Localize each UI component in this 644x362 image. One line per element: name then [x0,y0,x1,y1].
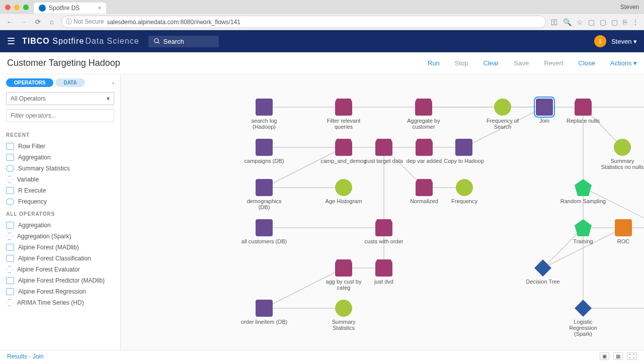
grid-icon[interactable]: ▦ [613,352,623,360]
browser-tab-bar: Spotfire DS × Steven [0,0,644,14]
operator-item[interactable]: ARIMA Time Series (HD) [6,297,114,308]
workflow-node[interactable]: demographics (DB) [240,179,288,210]
close-window-icon[interactable] [5,5,11,10]
node-label: campaigns (DB) [240,158,288,164]
recent-operator-item[interactable]: Summary Statistics [6,163,114,174]
workflow-node[interactable]: Logistic Regression (Spark) [559,300,607,337]
node-label: just dvd [360,279,408,285]
brand-logo: TIBCO SpotfireData Science [22,37,139,46]
node-icon [455,139,472,156]
workflow-node[interactable]: all customers (DB) [240,219,288,244]
minimize-window-icon[interactable] [14,5,20,10]
workflow-node[interactable]: custs with order [360,219,408,244]
browser-tab[interactable]: Spotfire DS × [34,3,106,14]
operator-item[interactable]: Alpine Forest (MADlib) [6,242,114,253]
workflow-actions: Run Stop Clear Save Revert Close Actions… [428,59,637,67]
recent-operator-item[interactable]: Aggregation [6,152,114,163]
workflow-node[interactable]: Frequency [441,179,488,204]
workflow-node[interactable]: Aggregate by customer [400,99,447,130]
workflow-node[interactable]: Clustering [640,99,644,124]
cast-icon[interactable]: ⎘ [623,18,627,26]
workflow-node[interactable]: Random Sampling [559,179,607,204]
user-name[interactable]: Steven ▾ [611,38,637,45]
workflow-node[interactable]: order lineitem (DB) [240,300,288,325]
ext2-icon[interactable]: ▢ [600,18,606,26]
expand-icon[interactable]: ▣ [600,352,609,360]
node-label: Summary Statistics [320,319,367,331]
node-label: Classifier [640,319,644,325]
workflow-node[interactable]: Frequency of Search [479,99,526,130]
key-icon[interactable]: ⚿ [551,18,558,26]
workflow-canvas[interactable]: search log (Hadoop)Filter relevant queri… [121,74,644,350]
recent-operator-item[interactable]: R Execute [6,185,114,196]
operator-item[interactable]: Alpine Forest Regression [6,286,114,297]
ext3-icon[interactable]: ▢ [611,18,618,26]
recent-operator-item[interactable]: Frequency [6,196,114,207]
chrome-profile[interactable]: Steven [620,4,639,11]
actions-menu[interactable]: Actions ▾ [610,59,637,67]
filter-operators-input[interactable] [6,109,114,122]
results-label[interactable]: Results - Join [7,353,44,360]
star-icon[interactable]: ☆ [577,18,583,26]
operator-item[interactable]: Alpine Forest Classification [6,253,114,264]
app-top-nav: ☰ TIBCO SpotfireData Science Search 1 St… [0,30,644,52]
home-icon[interactable]: ⌂ [47,18,56,26]
tab-close-icon[interactable]: × [98,5,101,12]
node-icon [415,99,432,116]
stop-button[interactable]: Stop [455,59,468,67]
close-button[interactable]: Close [579,59,595,67]
workflow-node[interactable]: Summary Statistics [320,300,367,331]
operator-item[interactable]: Alpine Forest Predictor (MADlib) [6,275,114,286]
node-label: Decision Tree [519,279,567,285]
workflow-node[interactable]: Replace nulls [559,99,607,124]
clear-button[interactable]: Clear [483,59,499,67]
maximize-window-icon[interactable] [23,5,29,10]
workflow-node[interactable]: Age Histogram [320,179,367,204]
hamburger-icon[interactable]: ☰ [7,36,15,47]
workflow-node[interactable]: Decision Tree [519,259,567,285]
reload-icon[interactable]: ⟳ [33,18,42,26]
global-search[interactable]: Search [148,36,219,47]
node-icon [335,99,352,116]
search-icon[interactable]: 🔍 [563,18,572,26]
workflow-node[interactable]: ROC [600,219,644,244]
operator-icon [6,143,14,150]
node-label: Age Histogram [320,198,367,204]
workflow-node[interactable]: campaigns (DB) [240,139,288,164]
back-icon[interactable]: ← [5,18,14,26]
recent-operator-item[interactable]: Row Filter [6,141,114,152]
workflow-node[interactable]: just dvd [360,259,408,285]
tab-data[interactable]: DATA [55,78,85,87]
ext1-icon[interactable]: ▢ [588,18,595,26]
workflow-node[interactable]: Classifier [640,300,644,325]
workflow-node[interactable]: Summary Statistics no nulls [599,139,644,170]
node-icon [256,99,273,116]
node-icon [456,179,473,196]
user-area[interactable]: 1 Steven ▾ [594,35,637,47]
forward-icon: → [19,18,28,26]
operator-item[interactable]: Alpine Forest Evaluator [6,264,114,275]
operator-item[interactable]: Aggregation (Spark) [6,231,114,242]
operator-category-select[interactable]: All Operators▾ [6,92,114,105]
node-label: Filter relevant queries [320,118,367,130]
run-button[interactable]: Run [428,59,440,67]
chevron-down-icon: ▾ [107,95,110,102]
operator-icon [6,277,14,284]
workflow-node[interactable]: Filter relevant queries [320,99,367,130]
url-field[interactable]: ⓘ Not Secure salesdemo.alpinedata.com:80… [61,16,546,28]
operator-item[interactable]: Aggregation [6,220,114,231]
notification-badge[interactable]: 1 [594,35,606,47]
recent-operator-item[interactable]: Variable [6,174,114,185]
fullscreen-icon[interactable]: ⛶ [627,352,637,360]
node-label: search log (Hadoop) [240,118,288,130]
workflow-node[interactable]: search log (Hadoop) [240,99,288,130]
revert-button[interactable]: Revert [544,59,563,67]
save-button[interactable]: Save [514,59,529,67]
node-icon [615,219,632,236]
menu-icon[interactable]: ⋮ [632,18,639,26]
node-label: Logistic Regression (Spark) [559,319,607,337]
collapse-sidebar-icon[interactable]: ‹ [112,79,114,86]
tab-operators[interactable]: OPERATORS [6,78,53,87]
workflow-node[interactable]: Validation [640,219,644,244]
workflow-node[interactable]: Copy to Hadoop [440,139,488,164]
